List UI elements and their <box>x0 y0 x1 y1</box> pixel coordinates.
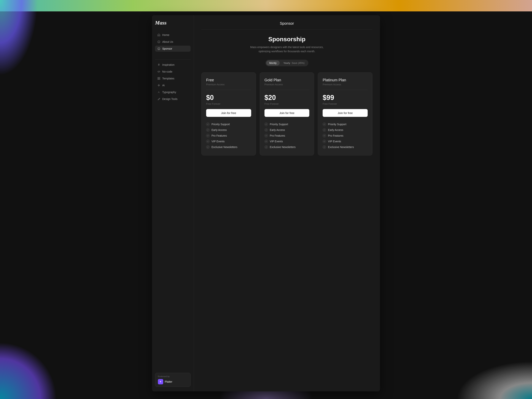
feature-label: Exclusive Newsletters <box>211 146 237 149</box>
feature-item: Exclusive Newsletters <box>206 144 251 150</box>
feature-label: Early Access <box>270 128 285 132</box>
feature-item: Priority Support <box>206 121 251 127</box>
feature-item: Early Access <box>206 127 251 133</box>
sponsorship-description: Mass empowers designers with the latest … <box>249 45 325 54</box>
sidebar-item-templates[interactable]: Templates <box>155 76 190 82</box>
page-header: Sponsor <box>201 21 372 30</box>
endorsed-brand: ✦ Plaiter <box>158 379 188 384</box>
feature-label: Exclusive Newsletters <box>328 146 354 149</box>
feature-label: Pro Features <box>328 134 343 137</box>
feature-item: VIP Events <box>265 139 310 144</box>
feature-check-icon <box>265 134 268 137</box>
feature-check-icon <box>323 123 326 126</box>
svg-text:$: $ <box>158 48 159 50</box>
svg-line-5 <box>159 71 159 73</box>
features-list: Priority Support Early Access Pro Featur… <box>265 121 310 150</box>
feature-item: Early Access <box>265 127 310 133</box>
feature-check-icon <box>323 128 326 132</box>
features-list: Priority Support Early Access Pro Featur… <box>206 121 251 150</box>
sidebar-item-sponsor[interactable]: $ Sponsor <box>155 46 190 52</box>
sidebar-item-inspiration[interactable]: Inspiration <box>155 62 190 68</box>
feature-label: Early Access <box>328 128 343 132</box>
nav-divider <box>155 59 190 59</box>
feature-check-icon <box>323 140 326 143</box>
feature-item: Exclusive Newsletters <box>265 144 310 150</box>
type-icon: A <box>157 91 160 94</box>
toggle-container: Montly Yearly Save (45%) <box>266 60 308 66</box>
plan-name: Platinum Plan <box>323 78 368 82</box>
sidebar-bottom: Endorsed by ✦ Plaiter <box>155 373 190 387</box>
feature-item: Priority Support <box>265 121 310 127</box>
sidebar-item-inspiration-label: Inspiration <box>162 63 175 66</box>
sidebar-item-ai[interactable]: Ai <box>155 82 190 88</box>
join-button[interactable]: Join for free <box>323 109 368 117</box>
svg-rect-9 <box>159 79 160 80</box>
plan-subtitle: Premium Access <box>206 83 251 90</box>
sidebar-item-about-label: About Us <box>162 40 173 43</box>
feature-label: Early Access <box>211 128 227 132</box>
feature-label: Priority Support <box>328 123 346 126</box>
pricing-card-platinum: Platinum Plan Premium Access $99 Free Fo… <box>318 72 372 155</box>
sidebar-item-templates-label: Templates <box>162 77 174 80</box>
plan-period: Free Forever <box>265 102 310 105</box>
feature-label: Priority Support <box>211 123 230 126</box>
plaiter-icon: ✦ <box>158 379 163 384</box>
plan-name: Free <box>206 78 251 82</box>
feature-label: VIP Events <box>211 140 225 143</box>
app-container: Mass Home <box>0 0 532 399</box>
sponsorship-title: Sponsorship <box>201 36 372 43</box>
feature-item: Pro Features <box>323 133 368 139</box>
feature-check-icon <box>206 123 209 126</box>
feature-item: Early Access <box>323 127 368 133</box>
feature-check-icon <box>206 134 209 137</box>
sidebar-item-design-tools[interactable]: Design Tools <box>155 96 190 102</box>
sidebar-item-about[interactable]: About Us <box>155 39 190 45</box>
sparkle-icon <box>157 84 160 87</box>
sidebar-item-ai-label: Ai <box>162 84 165 87</box>
feature-check-icon <box>265 140 268 143</box>
feature-check-icon <box>206 145 209 149</box>
sidebar-item-home[interactable]: Home <box>155 32 190 38</box>
feature-item: Priority Support <box>323 121 368 127</box>
plan-name: Gold Plan <box>265 78 310 82</box>
svg-text:A: A <box>158 91 160 94</box>
feature-label: VIP Events <box>270 140 283 143</box>
feature-label: Exclusive Newsletters <box>270 146 296 149</box>
feature-check-icon <box>206 128 209 132</box>
feature-label: Pro Features <box>211 134 227 137</box>
toggle-monthly[interactable]: Montly <box>266 60 279 66</box>
grid-icon <box>157 77 160 80</box>
plan-price: $20 <box>265 94 310 102</box>
svg-rect-8 <box>158 79 159 80</box>
feature-check-icon <box>265 145 268 149</box>
content-area: Sponsor Sponsorship Mass empowers design… <box>194 15 380 391</box>
sidebar-item-nocode[interactable]: No-code <box>155 69 190 75</box>
feature-item: Exclusive Newsletters <box>323 144 368 150</box>
top-nav: Home About Us <box>155 32 190 52</box>
info-icon <box>157 40 160 43</box>
toggle-yearly[interactable]: Yearly Save (45%) <box>280 60 308 66</box>
endorsed-label: Endorsed by <box>158 375 188 378</box>
billing-toggle: Montly Yearly Save (45%) <box>201 60 372 66</box>
feature-check-icon <box>323 145 326 149</box>
plan-period: Free Forever <box>323 102 368 105</box>
feature-check-icon <box>323 134 326 137</box>
plan-period: Free Forever <box>206 102 251 105</box>
plaiter-name: Plaiter <box>165 380 172 383</box>
plan-price: $0 <box>206 94 251 102</box>
feature-check-icon <box>265 128 268 132</box>
feature-label: Pro Features <box>270 134 285 137</box>
brush-icon <box>157 97 160 101</box>
sidebar-item-typography[interactable]: A Typography <box>155 89 190 95</box>
sidebar-item-sponsor-label: Sponsor <box>162 47 172 50</box>
feature-item: VIP Events <box>206 139 251 144</box>
join-button[interactable]: Join for free <box>265 109 310 117</box>
feature-item: Pro Features <box>265 133 310 139</box>
pricing-card-gold: Gold Plan Premium Access $20 Free Foreve… <box>260 72 314 155</box>
bottom-nav: Inspiration No-code <box>155 62 190 103</box>
main-content: Mass Home <box>0 0 532 399</box>
plan-subtitle: Premium Access <box>265 83 310 90</box>
logo: Mass <box>155 20 190 26</box>
join-button[interactable]: Join for free <box>206 109 251 117</box>
flame-icon <box>157 63 160 66</box>
